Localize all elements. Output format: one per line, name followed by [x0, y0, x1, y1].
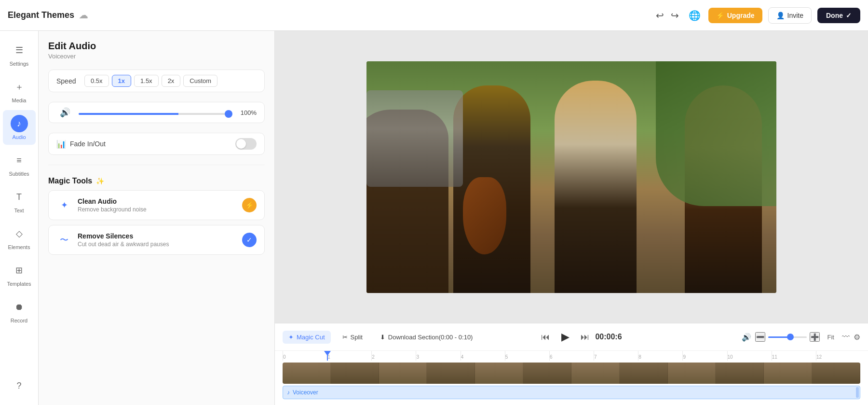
sidebar-item-settings[interactable]: ☰ Settings: [3, 37, 36, 71]
video-track: [283, 363, 860, 384]
download-section-button[interactable]: ⬇ Download Section(0:00 - 0:10): [374, 331, 479, 344]
ruler-mark-9: 9: [682, 351, 727, 361]
language-button[interactable]: 🌐: [687, 8, 703, 23]
sidebar-icons: ☰ Settings ＋ Media ♪ Audio ≡ Subtitles T…: [0, 31, 39, 405]
sidebar-item-text[interactable]: T Text: [3, 183, 36, 218]
magic-cut-label: Magic Cut: [297, 334, 325, 341]
video-frame: [366, 61, 776, 293]
magic-tools-header: Magic Tools ✨: [39, 169, 274, 190]
zoom-in-button[interactable]: ➕: [810, 332, 820, 342]
speed-1x[interactable]: 1x: [112, 75, 131, 87]
video-frame-2: [331, 363, 379, 384]
zoom-controls: ➖ ➕: [755, 332, 820, 342]
check-icon: ✓: [246, 236, 252, 244]
ruler-mark-2: 2: [371, 351, 416, 361]
invite-label: Invite: [787, 12, 803, 19]
undo-button[interactable]: ↩: [654, 8, 666, 23]
zoom-out-button[interactable]: ➖: [755, 332, 765, 342]
sidebar-templates-label: Templates: [7, 281, 31, 287]
download-icon: ⬇: [380, 334, 385, 341]
video-frame-7: [571, 363, 620, 384]
lightning-icon: ⚡: [245, 201, 254, 209]
audio-track[interactable]: ♪ Voiceover: [283, 386, 860, 399]
volume-slider[interactable]: [79, 113, 232, 115]
invite-icon: 👤: [776, 12, 785, 19]
remove-silences-card[interactable]: 〜 Remove Silences Cut out dead air & awk…: [48, 225, 265, 255]
nav-arrows: ↩ ↪: [654, 8, 681, 23]
fade-section: 📊 Fade In/Out: [39, 129, 274, 161]
timeline-tracks: ♪ Voiceover: [275, 361, 868, 405]
remove-silences-title: Remove Silences: [78, 232, 236, 240]
speed-row: Speed 0.5x 1x 1.5x 2x Custom: [48, 70, 265, 92]
edit-panel-subtitle: Voiceover: [48, 53, 265, 60]
fit-button[interactable]: Fit: [824, 332, 838, 343]
topbar-actions: ⚡ Upgrade 👤 Invite Done ✓: [708, 7, 860, 24]
time-display: 00:00:6: [595, 333, 622, 341]
split-label: Split: [351, 334, 363, 341]
video-frame-1: [283, 363, 331, 384]
help-icon: ?: [11, 377, 28, 394]
sidebar-item-help[interactable]: ?: [3, 372, 36, 399]
skip-back-button[interactable]: ⏮: [541, 332, 550, 342]
topbar: Elegant Themes ☁ ↩ ↪ 🌐 ⚡ Upgrade 👤 Invit…: [0, 0, 868, 31]
sidebar-item-elements[interactable]: ◇ Elements: [3, 220, 36, 255]
zoom-slider[interactable]: [768, 336, 807, 338]
ruler-mark-4: 4: [461, 351, 505, 361]
video-frame-8: [620, 363, 668, 384]
text-icon: T: [11, 188, 28, 206]
clean-audio-card[interactable]: ✦ Clean Audio Remove background noise ⚡: [48, 190, 265, 220]
video-frame-4: [427, 363, 475, 384]
redo-button[interactable]: ↪: [669, 8, 681, 23]
remove-silences-icon: 〜: [56, 232, 72, 248]
timeline-ruler: 0 1 2 3 4 5 6 7 8 9 10 11 12: [275, 351, 868, 361]
sidebar-item-record[interactable]: ⏺ Record: [3, 293, 36, 328]
waveform-icon[interactable]: 〰: [842, 333, 850, 341]
video-area: ✦ Magic Cut ✂ Split ⬇ Download Section(0…: [275, 31, 868, 405]
split-button[interactable]: ✂ Split: [337, 331, 368, 344]
ruler-mark-3: 3: [416, 351, 460, 361]
playhead-triangle: [324, 351, 331, 356]
remove-silences-text: Remove Silences Cut out dead air & awkwa…: [78, 232, 236, 248]
ruler-mark-10: 10: [727, 351, 772, 361]
timeline-volume-icon[interactable]: 🔊: [742, 333, 751, 342]
settings-timeline-icon[interactable]: ⚙: [854, 333, 860, 342]
speed-1.5x[interactable]: 1.5x: [134, 75, 159, 87]
audio-icon: ♪: [11, 115, 28, 132]
upgrade-button[interactable]: ⚡ Upgrade: [708, 8, 762, 23]
upgrade-icon: ⚡: [716, 12, 724, 19]
speed-custom[interactable]: Custom: [183, 75, 217, 87]
record-icon: ⏺: [11, 298, 28, 316]
timeline-toolbar: ✦ Magic Cut ✂ Split ⬇ Download Section(0…: [275, 323, 868, 351]
done-button[interactable]: Done ✓: [817, 8, 860, 23]
video-scene: [366, 61, 776, 293]
edit-panel: Edit Audio Voiceover Speed 0.5x 1x 1.5x …: [39, 31, 275, 405]
edit-panel-title: Edit Audio: [48, 41, 265, 52]
skip-forward-button[interactable]: ⏭: [581, 332, 589, 342]
timeline-right-controls: 🔊 ➖ ➕ Fit 〰 ⚙: [742, 332, 860, 343]
project-title: Elegant Themes: [8, 10, 74, 20]
audio-track-icon: ♪: [287, 389, 290, 396]
sidebar-media-label: Media: [12, 98, 27, 103]
fade-label: Fade In/Out: [70, 140, 106, 148]
play-button[interactable]: ▶: [556, 327, 575, 347]
sidebar-text-label: Text: [14, 208, 24, 213]
cloud-icon: ☁: [79, 10, 88, 21]
speed-buttons: 0.5x 1x 1.5x 2x Custom: [84, 75, 217, 87]
audio-track-label: Voiceover: [293, 389, 318, 396]
fade-toggle[interactable]: [235, 138, 257, 150]
clean-audio-badge: ⚡: [242, 198, 257, 212]
speed-2x[interactable]: 2x: [162, 75, 181, 87]
sparkle-icon: ✨: [96, 177, 104, 185]
audio-resize-handle[interactable]: [856, 387, 859, 398]
sidebar-item-audio[interactable]: ♪ Audio: [3, 110, 36, 145]
sidebar-item-templates[interactable]: ⊞ Templates: [3, 257, 36, 292]
sidebar-item-media[interactable]: ＋ Media: [3, 73, 36, 108]
subtitles-icon: ≡: [11, 152, 28, 169]
divider: [48, 165, 265, 165]
invite-button[interactable]: 👤 Invite: [768, 7, 812, 24]
sidebar-item-subtitles[interactable]: ≡ Subtitles: [3, 147, 36, 182]
magic-cut-button[interactable]: ✦ Magic Cut: [283, 331, 331, 344]
ruler-mark-5: 5: [505, 351, 549, 361]
ruler-mark-8: 8: [638, 351, 682, 361]
speed-0.5x[interactable]: 0.5x: [84, 75, 109, 87]
